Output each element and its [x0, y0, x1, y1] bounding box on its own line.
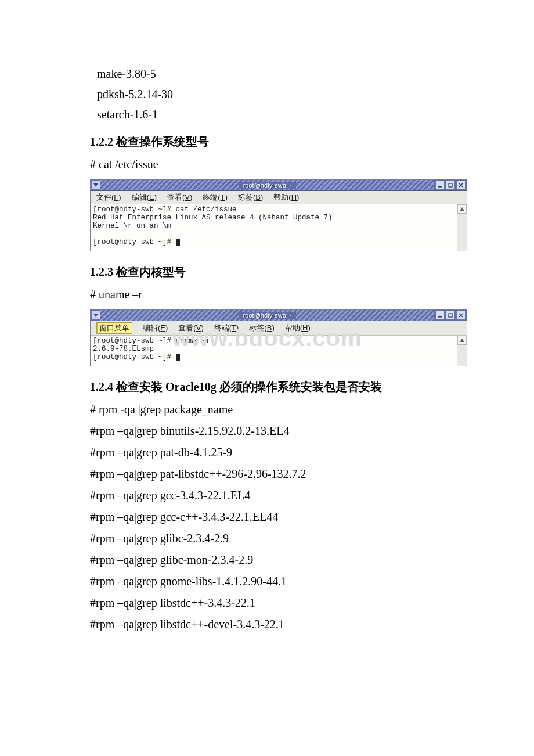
titlebar-drag-area[interactable]: root@hdty-swb:~ [100, 180, 434, 190]
bullet-text: setarch-1.6-1 [97, 108, 158, 121]
chevron-up-icon [460, 339, 464, 342]
minimize-icon [438, 313, 442, 318]
chevron-down-icon [93, 314, 98, 317]
svg-marker-11 [460, 339, 464, 342]
menu-file[interactable]: 文件(F) [96, 192, 121, 203]
svg-rect-7 [438, 316, 442, 318]
rpm-cmd: #rpm –qa|grep pat-libstdc++-296-2.96-132… [90, 467, 444, 481]
window-menu-button[interactable]: 窗口菜单 [96, 322, 132, 334]
command-cat-issue: # cat /etc/issue [90, 158, 444, 171]
svg-rect-1 [438, 186, 442, 188]
bullet-make: make-3.80-5 [90, 67, 444, 81]
menu-terminal[interactable]: 终端(T) [203, 192, 228, 203]
svg-marker-5 [460, 207, 464, 211]
scroll-up-button[interactable] [457, 204, 467, 214]
chevron-down-icon [93, 183, 98, 187]
rpm-cmd: #rpm –qa|grep gcc-3.4.3-22.1.EL4 [90, 489, 444, 502]
command-rpm-qa: # rpm -qa |grep package_name [90, 403, 444, 416]
titlebar: root@hdty-swb:~ [91, 310, 467, 321]
terminal-text[interactable]: [root@hdty-swb ~]# cat /etc/issue Red Ha… [91, 204, 457, 251]
scrollbar[interactable] [457, 336, 467, 366]
svg-rect-8 [449, 314, 452, 317]
chevron-up-icon [460, 207, 464, 211]
heading-1-2-3: 1.2.3 检查内核型号 [90, 264, 444, 280]
term-line: [root@hdty-swb ~]# uname -r [93, 337, 211, 345]
window-buttons [434, 310, 467, 321]
bullet-pdksh: pdksh-5.2.14-30 [90, 88, 444, 101]
cursor-icon [176, 354, 180, 361]
maximize-icon [448, 313, 453, 318]
rpm-cmd: #rpm –qa|grep libstdc++-3.4.3-22.1 [90, 596, 444, 610]
bullet-text: make-3.80-5 [97, 67, 156, 80]
window-title: root@hdty-swb:~ [239, 182, 297, 189]
rpm-cmd: #rpm –qa|grep gnome-libs-1.4.1.2.90-44.1 [90, 575, 444, 588]
rpm-cmd: #rpm –qa|grep binutils-2.15.92.0.2-13.EL… [90, 424, 444, 438]
maximize-button[interactable] [446, 311, 455, 320]
terminal-text[interactable]: [root@hdty-swb ~]# uname -r 2.6.9-78.ELs… [91, 336, 457, 366]
svg-marker-6 [93, 314, 98, 317]
scroll-up-button[interactable] [457, 336, 467, 345]
terminal-window-2: root@hdty-swb:~ 窗口菜单 编辑(E) 查看(V) 终端(T) 标… [90, 309, 467, 366]
svg-marker-0 [93, 183, 98, 187]
term-line: Kernel \r on an \m [93, 222, 171, 230]
menu-help[interactable]: 帮助(H) [285, 323, 311, 333]
rpm-cmd: #rpm –qa|grep gcc-c++-3.4.3-22.1.EL44 [90, 510, 444, 524]
menu-view[interactable]: 查看(V) [178, 323, 203, 333]
svg-rect-2 [449, 183, 452, 187]
term-line: [root@hdty-swb ~]# [93, 353, 176, 361]
scrollbar[interactable] [457, 204, 467, 251]
term-line: [root@hdty-swb ~]# [93, 238, 176, 246]
rpm-cmd: #rpm –qa|grep glibc-mon-2.3.4-2.9 [90, 553, 444, 567]
terminal-body: [root@hdty-swb ~]# uname -r 2.6.9-78.ELs… [91, 336, 467, 366]
titlebar-drag-area[interactable]: root@hdty-swb:~ [100, 310, 434, 321]
scroll-track[interactable] [457, 214, 467, 251]
close-icon [459, 183, 463, 188]
close-button[interactable] [456, 181, 466, 190]
maximize-icon [448, 183, 453, 188]
menu-view[interactable]: 查看(V) [167, 192, 192, 203]
command-uname-r: # uname –r [90, 288, 444, 301]
minimize-button[interactable] [435, 311, 445, 320]
window-menu-dropdown[interactable] [91, 181, 100, 190]
window-menu-dropdown[interactable] [91, 311, 100, 320]
close-button[interactable] [456, 311, 466, 320]
term-line: [root@hdty-swb ~]# cat /etc/issue [93, 206, 237, 214]
term-line: 2.6.9-78.ELsmp [93, 345, 154, 353]
menu-tabs[interactable]: 标签(B) [238, 192, 263, 203]
maximize-button[interactable] [446, 181, 455, 190]
menubar: 文件(F) 编辑(E) 查看(V) 终端(T) 标签(B) 帮助(H) [91, 191, 467, 204]
minimize-icon [438, 183, 442, 188]
bullet-text: pdksh-5.2.14-30 [97, 88, 173, 100]
cursor-icon [176, 239, 180, 246]
titlebar: root@hdty-swb:~ [91, 180, 467, 191]
document-page: make-3.80-5 pdksh-5.2.14-30 setarch-1.6-… [0, 0, 534, 663]
heading-1-2-4: 1.2.4 检查安装 Oracle10g 必须的操作系统安装包是否安装 [90, 379, 444, 395]
rpm-cmd: #rpm –qa|grep glibc-2.3.4-2.9 [90, 532, 444, 545]
menubar: 窗口菜单 编辑(E) 查看(V) 终端(T) 标签(B) 帮助(H) [91, 321, 467, 336]
minimize-button[interactable] [435, 181, 445, 190]
scroll-track[interactable] [457, 345, 467, 366]
heading-1-2-2: 1.2.2 检查操作系统型号 [90, 134, 444, 150]
terminal-window-1: root@hdty-swb:~ 文件(F) 编辑(E) 查看(V) 终端(T) … [90, 179, 467, 251]
terminal-2-wrap: root@hdty-swb:~ 窗口菜单 编辑(E) 查看(V) 终端(T) 标… [90, 309, 444, 366]
menu-edit[interactable]: 编辑(E) [132, 192, 157, 203]
menu-terminal[interactable]: 终端(T) [214, 323, 239, 333]
terminal-body: [root@hdty-swb ~]# cat /etc/issue Red Ha… [91, 204, 467, 251]
menu-tabs[interactable]: 标签(B) [249, 323, 274, 333]
rpm-cmd: #rpm –qa|grep pat-db-4.1.25-9 [90, 446, 444, 459]
window-buttons [434, 180, 467, 190]
window-title: root@hdty-swb:~ [239, 312, 297, 319]
menu-help[interactable]: 帮助(H) [273, 192, 299, 203]
menu-edit[interactable]: 编辑(E) [143, 323, 168, 333]
rpm-cmd: #rpm –qa|grep libstdc++-devel-3.4.3-22.1 [90, 618, 444, 631]
bullet-setarch: setarch-1.6-1 [90, 108, 444, 121]
term-line: Red Hat Enterprise Linux AS release 4 (N… [93, 214, 333, 222]
close-icon [459, 313, 463, 318]
